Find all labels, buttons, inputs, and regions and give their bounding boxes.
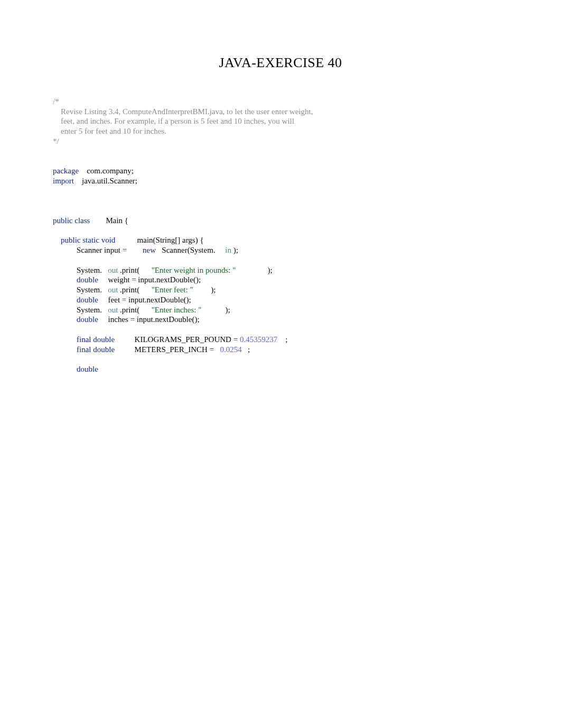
stmt-end: ; [242, 345, 250, 354]
kw-new: new [129, 246, 156, 254]
kw-final-double: final double [77, 345, 115, 354]
kw-final-double: final double [77, 335, 115, 344]
kw-package: package [53, 167, 79, 175]
print: .print( [118, 306, 139, 314]
kw-double: double [77, 275, 98, 284]
scanner-pre: Scanner input = [77, 246, 129, 254]
kw-public-class: public class [53, 216, 90, 225]
pkg-name: com.company; [79, 167, 134, 175]
comment-close: */ [53, 137, 59, 145]
comment-line: enter 5 for feet and 10 for inches. [53, 127, 166, 135]
comment-line: Revise Listing 3.4, ComputeAndInterpretB… [53, 107, 313, 116]
page-title: JAVA-EXERCISE 40 [53, 55, 508, 71]
print: .print( [118, 285, 139, 294]
string-literal: "Enter inches: " [139, 306, 201, 314]
kw-public-static-void: public static void [61, 236, 115, 244]
kw-double: double [77, 365, 98, 373]
stmt-end: ); [193, 285, 216, 294]
sys: System. [77, 266, 102, 274]
kw-double: double [77, 296, 98, 304]
stmt-end: ); [201, 306, 230, 314]
scanner-rest: Scanner(System. [156, 246, 215, 254]
out-ref: out [102, 306, 118, 314]
out-ref: out [102, 285, 118, 294]
scanner-end: ); [231, 246, 238, 254]
print: .print( [118, 266, 139, 274]
sys: System. [77, 306, 102, 314]
comment-line: feet, and inches. For example, if a pers… [53, 117, 294, 125]
const-name: KILOGRAMS_PER_POUND = [115, 335, 240, 344]
kw-double: double [77, 315, 98, 324]
stmt-end: ); [236, 266, 272, 274]
stmt-end: ; [277, 335, 287, 344]
string-literal: "Enter weight in pounds: " [139, 266, 236, 274]
out-ref: out [102, 266, 118, 274]
string-literal: "Enter feet: " [139, 285, 193, 294]
system-in: in [216, 246, 231, 254]
method-sig: main(String[] args) { [115, 236, 203, 244]
number-literal: 0.45359237 [240, 335, 277, 344]
page: JAVA-EXERCISE 40 /* Revise Listing 3.4, … [0, 0, 561, 728]
import-name: java.util.Scanner; [74, 177, 137, 185]
code-block: /* Revise Listing 3.4, ComputeAndInterpr… [53, 87, 508, 384]
comment-open: /* [53, 97, 59, 106]
sys: System. [77, 285, 102, 294]
class-name: Main { [90, 216, 128, 225]
stmt: weight = input.nextDouble(); [98, 275, 201, 284]
stmt: feet = input.nextDouble(); [98, 296, 191, 304]
stmt: inches = input.nextDouble(); [98, 315, 200, 324]
number-literal: 0.0254 [216, 345, 242, 354]
kw-import: import [53, 177, 74, 185]
const-name: METERS_PER_INCH = [115, 345, 216, 354]
